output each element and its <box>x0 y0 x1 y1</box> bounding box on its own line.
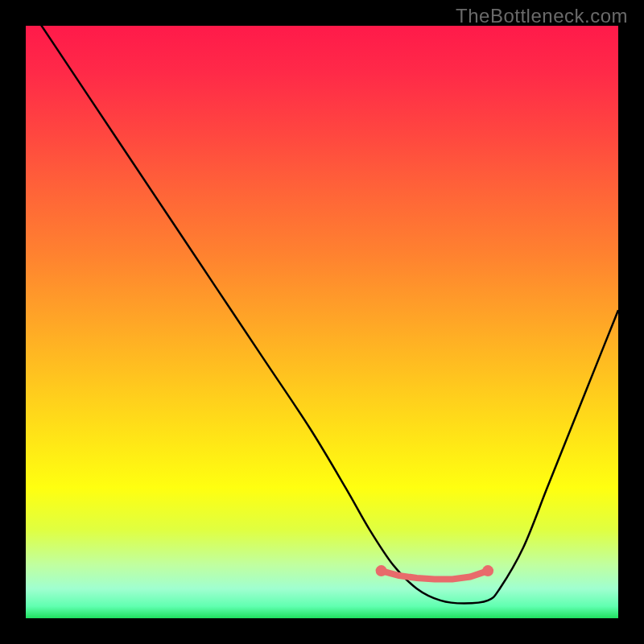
flat-band-line <box>382 571 488 579</box>
chart-container: TheBottleneck.com <box>0 0 644 644</box>
curve-svg <box>26 26 618 618</box>
flat-band-end-dot <box>376 565 387 576</box>
watermark-text: TheBottleneck.com <box>456 5 628 27</box>
plot-area <box>26 26 618 618</box>
flat-band-end-dot <box>482 565 493 576</box>
main-curve <box>26 26 618 604</box>
flat-band-markers <box>376 565 493 579</box>
